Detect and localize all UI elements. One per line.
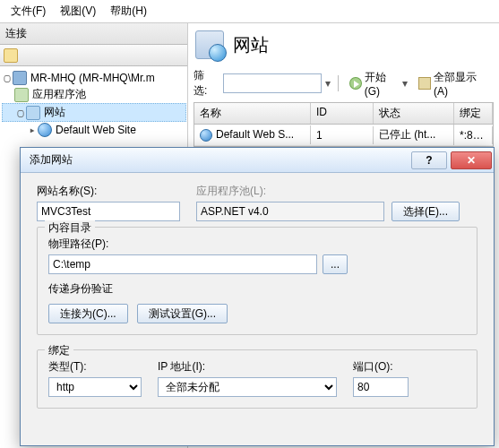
col-binding[interactable]: 绑定: [454, 103, 493, 124]
content-dir-fieldset: 内容目录 物理路径(P): ... 传递身份验证 连接为(C)... 测试设置(…: [37, 227, 477, 335]
tree-default-site[interactable]: ▸ Default Web Site: [2, 122, 186, 138]
connect-as-button[interactable]: 连接为(C)...: [48, 304, 128, 323]
tree-app-pools-label: 应用程序池: [32, 87, 86, 102]
site-name-input[interactable]: [37, 202, 180, 221]
type-label: 类型(T):: [48, 359, 142, 375]
tree-sites[interactable]: ▢ 网站: [2, 103, 186, 122]
menu-help[interactable]: 帮助(H): [103, 2, 154, 21]
filter-label: 筛选:: [194, 68, 218, 99]
site-name-label: 网站名称(S):: [37, 184, 180, 199]
filter-bar: 筛选: ▾ 开始(G) ▾ 全部显示(A): [194, 68, 494, 99]
sites-grid: 名称 ID 状态 绑定 Default Web S... 1 已停止 (ht..…: [194, 102, 494, 147]
globe-icon: [38, 123, 52, 137]
cell-name: Default Web S...: [194, 125, 311, 144]
expand-icon[interactable]: ▸: [27, 124, 38, 136]
physical-path-input[interactable]: [48, 254, 317, 274]
connections-panel-title: 连接: [0, 23, 187, 45]
dropdown-icon[interactable]: ▾: [325, 77, 331, 90]
dialog-title: 添加网站: [30, 152, 409, 168]
collapse-icon[interactable]: ▢: [15, 107, 26, 119]
collapse-icon[interactable]: ▢: [2, 72, 13, 84]
globe-icon: [200, 129, 212, 142]
close-button[interactable]: ✕: [451, 151, 492, 169]
connections-tree: ▢ MR-MHQ (MR-MHQ\Mr.m 应用程序池 ▢ 网站 ▸ Defau…: [0, 66, 188, 142]
table-row[interactable]: Default Web S... 1 已停止 (ht... *:80 (http: [194, 125, 493, 146]
col-name[interactable]: 名称: [194, 103, 311, 124]
tree-server-label: MR-MHQ (MR-MHQ\Mr.m: [30, 72, 155, 84]
col-status[interactable]: 状态: [374, 103, 454, 124]
ip-label: IP 地址(I):: [158, 359, 337, 375]
content-dir-legend: 内容目录: [45, 220, 95, 236]
show-all-button[interactable]: 全部显示(A): [415, 69, 494, 99]
type-select[interactable]: http: [48, 377, 142, 397]
browse-button[interactable]: ...: [323, 254, 348, 274]
binding-legend: 绑定: [45, 343, 73, 358]
app-pool-input: [196, 202, 384, 221]
sites-header-icon: [195, 30, 224, 59]
menubar: 文件(F) 视图(V) 帮助(H): [0, 0, 499, 23]
binding-fieldset: 绑定 类型(T): http IP 地址(I): 全部未分配 端口(O):: [37, 349, 477, 409]
help-button[interactable]: ?: [411, 151, 447, 169]
filter-input[interactable]: [223, 73, 322, 93]
col-id[interactable]: ID: [311, 103, 374, 124]
tree-default-site-label: Default Web Site: [56, 124, 136, 136]
app-pool-label: 应用程序池(L):: [196, 184, 460, 199]
pass-auth-label: 传递身份验证: [48, 281, 466, 297]
test-settings-button[interactable]: 测试设置(G)...: [137, 304, 228, 323]
menu-file[interactable]: 文件(F): [4, 2, 53, 21]
cell-binding: *:80 (http: [454, 126, 493, 144]
cell-id: 1: [311, 126, 374, 144]
tree-app-pools[interactable]: 应用程序池: [2, 86, 186, 103]
tree-sites-label: 网站: [44, 105, 65, 120]
select-pool-button[interactable]: 选择(E)...: [391, 202, 460, 221]
port-input[interactable]: [353, 377, 409, 397]
sites-icon: [26, 106, 40, 120]
connections-toolbar: [0, 45, 187, 66]
app-pool-icon: [14, 88, 29, 102]
dialog-titlebar[interactable]: 添加网站 ? ✕: [21, 148, 494, 173]
start-button-label: 开始(G): [365, 70, 401, 98]
start-button[interactable]: 开始(G) ▾: [346, 69, 411, 99]
show-all-label: 全部显示(A): [434, 70, 490, 98]
dropdown-icon: ▾: [402, 77, 408, 90]
cell-name-text: Default Web S...: [216, 128, 294, 141]
grid-header: 名称 ID 状态 绑定: [194, 103, 493, 125]
refresh-icon[interactable]: [4, 48, 18, 63]
tree-server-node[interactable]: ▢ MR-MHQ (MR-MHQ\Mr.m: [2, 70, 186, 86]
port-label: 端口(O):: [353, 359, 409, 375]
cell-status: 已停止 (ht...: [374, 125, 454, 145]
physical-path-label: 物理路径(P):: [48, 237, 466, 252]
add-website-dialog: 添加网站 ? ✕ 网站名称(S): 应用程序池(L): 选择(E)... 内容目…: [20, 147, 495, 446]
ip-select[interactable]: 全部未分配: [158, 377, 337, 397]
menu-view[interactable]: 视图(V): [53, 2, 103, 21]
server-icon: [13, 71, 27, 85]
play-icon: [349, 77, 362, 90]
show-all-icon: [418, 77, 431, 90]
page-title: 网站: [233, 33, 269, 57]
separator: [338, 75, 339, 91]
